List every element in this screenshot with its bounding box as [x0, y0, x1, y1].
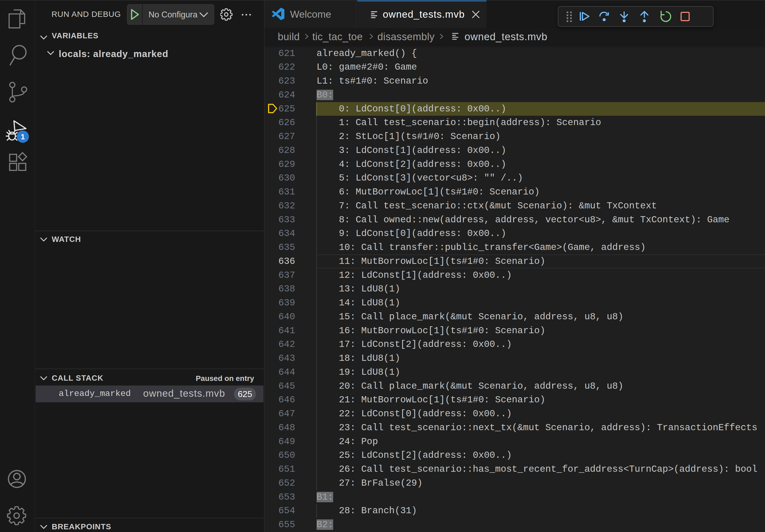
svg-text:1: 1 [21, 133, 25, 141]
